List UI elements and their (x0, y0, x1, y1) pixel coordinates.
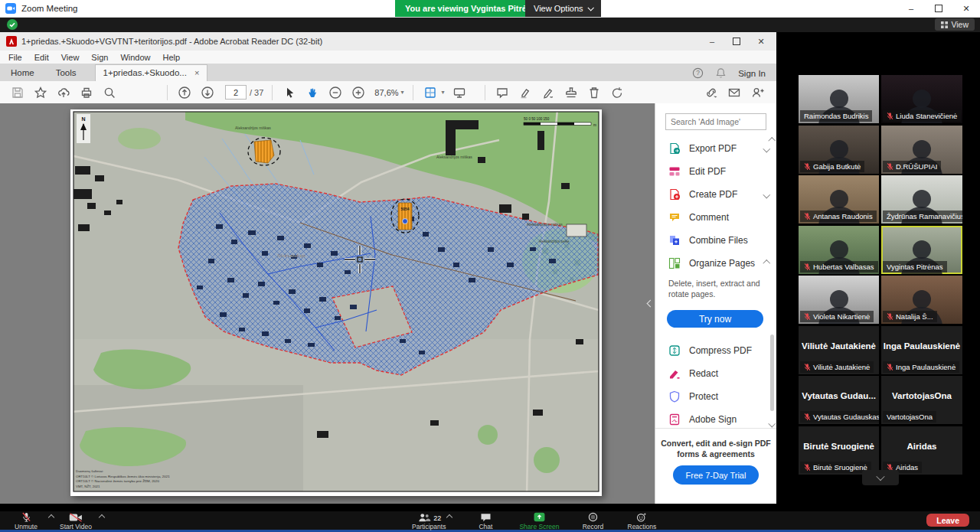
delete-pages-icon[interactable] (587, 86, 601, 100)
share-screen-icon (533, 512, 546, 522)
participant-tile[interactable]: Vytautas Gudau... Vytautas Gudauskas (799, 376, 879, 424)
participant-tile[interactable]: Airidas Airidas (881, 426, 962, 475)
participant-tile[interactable]: Inga Paulauskienė Inga Paulauskienė (881, 326, 962, 374)
view-options-button[interactable]: View Options (525, 0, 601, 17)
share-upload-icon[interactable] (57, 86, 70, 100)
participant-tile[interactable]: Birutė Sruogienė Birutė Sruogienė (799, 426, 879, 475)
collapse-panel-icon[interactable] (647, 300, 655, 308)
zoom-dropdown-caret-icon[interactable]: ▾ (401, 89, 404, 96)
help-icon[interactable]: ? (692, 67, 704, 79)
free-trial-button[interactable]: Free 7-Day Trial (673, 465, 759, 485)
acrobat-close-button[interactable]: ✕ (749, 32, 773, 51)
page-number-input[interactable] (225, 85, 247, 100)
participant-tile-active-sharer[interactable]: Vygintas Pitrėnas (881, 226, 962, 274)
comment-tool-icon[interactable] (495, 86, 509, 100)
try-now-button[interactable]: Try now (667, 310, 763, 328)
tool-protect[interactable]: Protect (655, 385, 769, 408)
zoom-out-icon[interactable] (328, 86, 342, 100)
menu-help[interactable]: Help (157, 53, 187, 62)
menu-sign[interactable]: Sign (85, 53, 114, 62)
tab-close-icon[interactable]: × (194, 68, 199, 77)
participant-tile[interactable]: VartotojasOna VartotojasOna (881, 376, 962, 424)
record-button[interactable]: Record (577, 512, 608, 530)
participant-tile[interactable]: Antanas Raudonis (799, 175, 879, 224)
participant-tile[interactable]: Raimondas Budrikis (799, 75, 879, 123)
tool-compress-pdf[interactable]: Compress PDF (655, 339, 769, 362)
participant-name-label: Vytautas Gudauskas (800, 411, 879, 423)
hand-tool-icon[interactable] (305, 86, 319, 100)
participants-options-chevron[interactable] (446, 514, 452, 521)
previous-page-icon[interactable] (178, 86, 191, 100)
participant-tile[interactable]: D.RŪŠUPIAI (881, 126, 962, 174)
tab-document[interactable]: 1+priedas.+Skuodo... × (95, 64, 208, 81)
acrobat-minimize-button[interactable]: – (700, 32, 724, 51)
tool-redact[interactable]: Redact (655, 362, 769, 385)
star-favorites-icon[interactable] (34, 86, 47, 100)
tab-home[interactable]: Home (0, 65, 45, 81)
sign-in-button[interactable]: Sign In (738, 69, 766, 78)
acrobat-restore-button[interactable] (724, 32, 749, 51)
tab-tools[interactable]: Tools (45, 65, 87, 81)
page-view-icon[interactable] (423, 86, 437, 100)
scrollbar-thumb[interactable] (770, 335, 774, 411)
participant-tile[interactable]: Liuda Stanevičienė (881, 75, 962, 123)
unmute-button[interactable]: Unmute (11, 512, 41, 530)
tool-create-pdf[interactable]: Create PDF (655, 183, 769, 206)
read-mode-icon[interactable] (452, 86, 466, 100)
participant-tile[interactable]: Hubertas Valbasas (799, 226, 879, 274)
minimize-button[interactable]: – (897, 0, 925, 17)
zoom-level-value[interactable]: 87,6% (374, 88, 398, 97)
video-off-icon (68, 513, 83, 522)
pdf-page[interactable]: 5054 Aleksandrijos miškas Aleksandrijos … (70, 109, 602, 496)
leave-meeting-button[interactable]: Leave (926, 514, 969, 527)
next-page-icon[interactable] (201, 86, 214, 100)
share-link-icon[interactable] (704, 86, 718, 100)
close-button[interactable]: ✕ (952, 0, 980, 17)
start-video-button[interactable]: Start Video (60, 512, 92, 530)
restore-button[interactable] (925, 0, 952, 17)
save-icon[interactable] (11, 86, 24, 100)
stamp-tool-icon[interactable] (564, 86, 578, 100)
tool-edit-pdf[interactable]: Edit PDF (655, 160, 769, 183)
participant-name-label: D.RŪŠUPIAI (883, 161, 941, 172)
scroll-down-icon[interactable] (768, 419, 775, 426)
menu-file[interactable]: File (2, 53, 28, 62)
scroll-up-icon[interactable] (768, 138, 775, 145)
participant-tile[interactable]: Žydrūnas Ramanavičius (881, 175, 962, 224)
share-screen-button[interactable]: Share Screen (519, 512, 559, 530)
tool-organize-pages[interactable]: Organize Pages (655, 252, 769, 275)
rotate-pages-icon[interactable] (610, 86, 624, 100)
panel-scrollbar[interactable] (768, 137, 776, 427)
print-icon[interactable] (80, 86, 93, 100)
share-with-others-icon[interactable] (750, 86, 764, 100)
participant-tile[interactable]: Violeta Nikartienė (799, 276, 879, 324)
video-options-chevron[interactable] (99, 514, 105, 521)
gallery-view-button[interactable]: View (935, 18, 975, 31)
highlight-tool-icon[interactable] (518, 86, 532, 100)
zoom-in-icon[interactable] (351, 86, 365, 100)
fill-sign-icon[interactable] (541, 86, 555, 100)
participant-tile[interactable]: Viliutė Jautakienė Viliutė Jautakienė (799, 326, 879, 374)
participants-button[interactable]: 22 Participants (412, 512, 446, 530)
security-shield-icon[interactable] (7, 19, 18, 30)
tool-export-pdf[interactable]: Export PDF (655, 137, 769, 160)
organize-pages-icon (668, 257, 681, 269)
chat-button[interactable]: Chat (470, 512, 501, 530)
reactions-button[interactable]: Reactions (626, 512, 657, 530)
tool-comment[interactable]: Comment (655, 206, 769, 229)
unmute-options-chevron[interactable] (48, 514, 54, 521)
page-view-caret-icon[interactable]: ▾ (442, 89, 445, 96)
menu-view[interactable]: View (55, 53, 86, 62)
menu-window[interactable]: Window (114, 53, 156, 62)
find-icon[interactable] (103, 86, 116, 100)
participant-tile[interactable]: Gabija Butkutė (799, 126, 879, 174)
document-content-area: 5054 Aleksandrijos miškas Aleksandrijos … (0, 103, 776, 504)
more-participants-button[interactable] (862, 470, 899, 485)
tools-search-input[interactable] (665, 113, 766, 130)
email-icon[interactable] (727, 86, 741, 100)
participant-tile[interactable]: Natalija Š... (881, 276, 962, 324)
select-tool-icon[interactable] (283, 86, 296, 100)
menu-edit[interactable]: Edit (28, 53, 55, 62)
tool-combine-files[interactable]: Combine Files (655, 229, 769, 252)
notification-bell-icon[interactable] (715, 67, 727, 79)
